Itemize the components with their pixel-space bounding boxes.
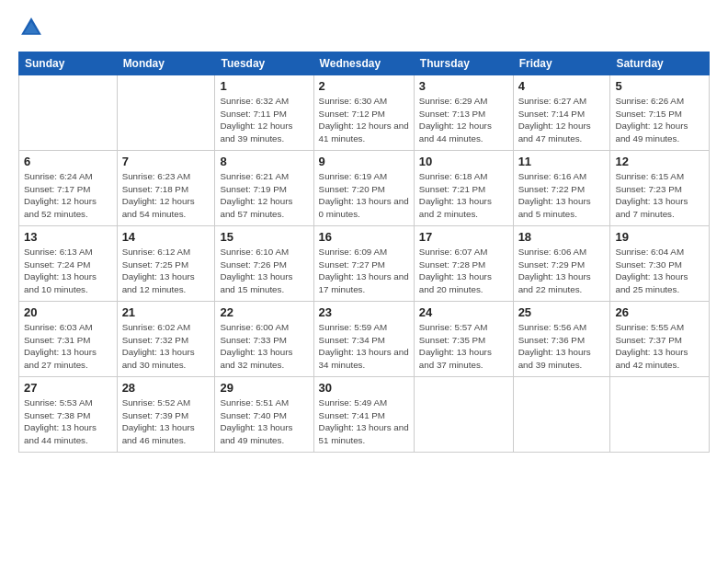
calendar-cell: 13Sunrise: 6:13 AMSunset: 7:24 PMDayligh… xyxy=(19,226,118,302)
day-number: 21 xyxy=(122,305,210,319)
calendar-cell: 16Sunrise: 6:09 AMSunset: 7:27 PMDayligh… xyxy=(313,226,414,302)
day-number: 22 xyxy=(220,305,308,319)
calendar-cell: 19Sunrise: 6:04 AMSunset: 7:30 PMDayligh… xyxy=(610,226,710,302)
calendar-cell: 23Sunrise: 5:59 AMSunset: 7:34 PMDayligh… xyxy=(313,302,414,377)
week-row-3: 13Sunrise: 6:13 AMSunset: 7:24 PMDayligh… xyxy=(19,226,710,302)
day-info: Sunrise: 6:03 AMSunset: 7:31 PMDaylight:… xyxy=(24,321,112,372)
calendar-cell: 9Sunrise: 6:19 AMSunset: 7:20 PMDaylight… xyxy=(313,151,414,226)
day-number: 6 xyxy=(24,155,112,168)
calendar-cell: 12Sunrise: 6:15 AMSunset: 7:23 PMDayligh… xyxy=(610,151,710,226)
logo xyxy=(18,15,48,40)
calendar-cell xyxy=(117,75,215,151)
calendar-cell: 29Sunrise: 5:51 AMSunset: 7:40 PMDayligh… xyxy=(215,377,313,453)
day-number: 8 xyxy=(220,155,308,168)
day-number: 4 xyxy=(518,79,606,93)
calendar-cell: 28Sunrise: 5:52 AMSunset: 7:39 PMDayligh… xyxy=(117,377,215,453)
day-info: Sunrise: 5:51 AMSunset: 7:40 PMDaylight:… xyxy=(220,396,308,447)
calendar-cell: 10Sunrise: 6:18 AMSunset: 7:21 PMDayligh… xyxy=(414,151,513,226)
calendar-cell: 8Sunrise: 6:21 AMSunset: 7:19 PMDaylight… xyxy=(215,151,313,226)
day-info: Sunrise: 6:30 AMSunset: 7:12 PMDaylight:… xyxy=(319,95,409,145)
day-info: Sunrise: 5:57 AMSunset: 7:35 PMDaylight:… xyxy=(419,321,508,372)
col-header-thursday: Thursday xyxy=(414,52,513,75)
day-info: Sunrise: 6:19 AMSunset: 7:20 PMDaylight:… xyxy=(319,170,409,221)
day-info: Sunrise: 6:27 AMSunset: 7:14 PMDaylight:… xyxy=(518,95,606,145)
day-info: Sunrise: 6:24 AMSunset: 7:17 PMDaylight:… xyxy=(24,170,112,221)
calendar-cell: 2Sunrise: 6:30 AMSunset: 7:12 PMDaylight… xyxy=(313,75,414,151)
col-header-tuesday: Tuesday xyxy=(215,52,313,75)
calendar-cell: 18Sunrise: 6:06 AMSunset: 7:29 PMDayligh… xyxy=(513,226,610,302)
col-header-friday: Friday xyxy=(513,52,610,75)
calendar-cell xyxy=(610,377,710,453)
col-header-monday: Monday xyxy=(117,52,215,75)
day-info: Sunrise: 6:00 AMSunset: 7:33 PMDaylight:… xyxy=(220,321,308,372)
calendar-cell: 7Sunrise: 6:23 AMSunset: 7:18 PMDaylight… xyxy=(117,151,215,226)
day-number: 20 xyxy=(24,305,112,319)
header xyxy=(18,15,710,40)
day-info: Sunrise: 5:52 AMSunset: 7:39 PMDaylight:… xyxy=(122,396,210,447)
day-info: Sunrise: 5:49 AMSunset: 7:41 PMDaylight:… xyxy=(319,396,409,447)
calendar-cell: 5Sunrise: 6:26 AMSunset: 7:15 PMDaylight… xyxy=(610,75,710,151)
day-number: 26 xyxy=(615,305,704,319)
day-info: Sunrise: 6:13 AMSunset: 7:24 PMDaylight:… xyxy=(24,246,112,296)
calendar-cell: 22Sunrise: 6:00 AMSunset: 7:33 PMDayligh… xyxy=(215,302,313,377)
calendar-header-row: SundayMondayTuesdayWednesdayThursdayFrid… xyxy=(19,52,710,75)
calendar-cell xyxy=(19,75,118,151)
calendar-cell: 14Sunrise: 6:12 AMSunset: 7:25 PMDayligh… xyxy=(117,226,215,302)
calendar-cell: 11Sunrise: 6:16 AMSunset: 7:22 PMDayligh… xyxy=(513,151,610,226)
calendar-cell: 26Sunrise: 5:55 AMSunset: 7:37 PMDayligh… xyxy=(610,302,710,377)
calendar-cell: 6Sunrise: 6:24 AMSunset: 7:17 PMDaylight… xyxy=(19,151,118,226)
day-number: 10 xyxy=(419,155,508,168)
day-info: Sunrise: 6:16 AMSunset: 7:22 PMDaylight:… xyxy=(518,170,606,221)
day-number: 2 xyxy=(319,79,409,93)
day-info: Sunrise: 6:21 AMSunset: 7:19 PMDaylight:… xyxy=(220,170,308,221)
day-number: 15 xyxy=(220,230,308,244)
calendar-cell: 1Sunrise: 6:32 AMSunset: 7:11 PMDaylight… xyxy=(215,75,313,151)
day-info: Sunrise: 6:23 AMSunset: 7:18 PMDaylight:… xyxy=(122,170,210,221)
day-number: 9 xyxy=(319,155,409,168)
col-header-wednesday: Wednesday xyxy=(313,52,414,75)
day-number: 3 xyxy=(419,79,508,93)
day-number: 16 xyxy=(319,230,409,244)
logo-icon xyxy=(18,15,44,40)
day-info: Sunrise: 6:32 AMSunset: 7:11 PMDaylight:… xyxy=(220,95,308,145)
day-info: Sunrise: 6:06 AMSunset: 7:29 PMDaylight:… xyxy=(518,246,606,296)
day-number: 30 xyxy=(319,381,409,395)
day-info: Sunrise: 6:04 AMSunset: 7:30 PMDaylight:… xyxy=(615,246,704,296)
calendar-cell xyxy=(513,377,610,453)
calendar-cell: 24Sunrise: 5:57 AMSunset: 7:35 PMDayligh… xyxy=(414,302,513,377)
day-info: Sunrise: 5:53 AMSunset: 7:38 PMDaylight:… xyxy=(24,396,112,447)
calendar-cell xyxy=(414,377,513,453)
calendar-cell: 21Sunrise: 6:02 AMSunset: 7:32 PMDayligh… xyxy=(117,302,215,377)
col-header-sunday: Sunday xyxy=(19,52,118,75)
calendar-cell: 30Sunrise: 5:49 AMSunset: 7:41 PMDayligh… xyxy=(313,377,414,453)
day-number: 24 xyxy=(419,305,508,319)
day-number: 17 xyxy=(419,230,508,244)
calendar-table: SundayMondayTuesdayWednesdayThursdayFrid… xyxy=(18,52,710,453)
day-number: 28 xyxy=(122,381,210,395)
week-row-1: 1Sunrise: 6:32 AMSunset: 7:11 PMDaylight… xyxy=(19,75,710,151)
day-number: 18 xyxy=(518,230,606,244)
calendar-cell: 25Sunrise: 5:56 AMSunset: 7:36 PMDayligh… xyxy=(513,302,610,377)
day-number: 7 xyxy=(122,155,210,168)
day-info: Sunrise: 5:59 AMSunset: 7:34 PMDaylight:… xyxy=(319,321,409,372)
day-number: 11 xyxy=(518,155,606,168)
day-number: 29 xyxy=(220,381,308,395)
day-number: 27 xyxy=(24,381,112,395)
calendar-cell: 17Sunrise: 6:07 AMSunset: 7:28 PMDayligh… xyxy=(414,226,513,302)
day-info: Sunrise: 6:09 AMSunset: 7:27 PMDaylight:… xyxy=(319,246,409,296)
week-row-4: 20Sunrise: 6:03 AMSunset: 7:31 PMDayligh… xyxy=(19,302,710,377)
calendar-cell: 15Sunrise: 6:10 AMSunset: 7:26 PMDayligh… xyxy=(215,226,313,302)
day-number: 12 xyxy=(615,155,704,168)
calendar-cell: 20Sunrise: 6:03 AMSunset: 7:31 PMDayligh… xyxy=(19,302,118,377)
calendar-cell: 4Sunrise: 6:27 AMSunset: 7:14 PMDaylight… xyxy=(513,75,610,151)
day-number: 25 xyxy=(518,305,606,319)
day-info: Sunrise: 6:12 AMSunset: 7:25 PMDaylight:… xyxy=(122,246,210,296)
day-info: Sunrise: 6:10 AMSunset: 7:26 PMDaylight:… xyxy=(220,246,308,296)
day-info: Sunrise: 6:15 AMSunset: 7:23 PMDaylight:… xyxy=(615,170,704,221)
day-number: 23 xyxy=(319,305,409,319)
calendar-cell: 3Sunrise: 6:29 AMSunset: 7:13 PMDaylight… xyxy=(414,75,513,151)
day-info: Sunrise: 6:07 AMSunset: 7:28 PMDaylight:… xyxy=(419,246,508,296)
day-info: Sunrise: 5:55 AMSunset: 7:37 PMDaylight:… xyxy=(615,321,704,372)
day-info: Sunrise: 6:26 AMSunset: 7:15 PMDaylight:… xyxy=(615,95,704,145)
page: SundayMondayTuesdayWednesdayThursdayFrid… xyxy=(0,0,728,563)
